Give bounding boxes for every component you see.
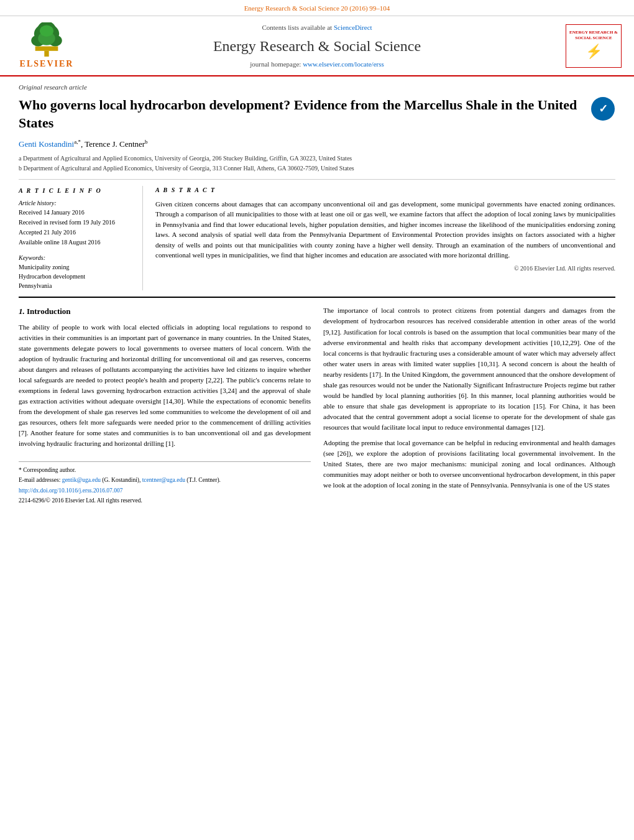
abstract-column: A B S T R A C T Given citizen concerns a…	[155, 186, 615, 290]
elsevier-logo-area: ELSEVIER	[12, 22, 81, 70]
abstract-text: Given citizen concerns about damages tha…	[155, 199, 615, 261]
article-type-label: Original research article	[19, 83, 615, 93]
authors-line: Genti Kostandinia,*, Terence J. Centnerb	[19, 138, 615, 150]
journal-logo-area: ENERGY RESEARCH & SOCIAL SCIENCE ⚡	[553, 24, 622, 68]
article-info-column: A R T I C L E I N F O Article history: R…	[19, 186, 143, 290]
crossmark-icon: ✓	[591, 97, 615, 121]
revised-date: Received in revised form 19 July 2016	[19, 218, 133, 227]
svg-point-7	[40, 25, 53, 36]
article-title-row: Who governs local hydrocarbon developmen…	[19, 96, 615, 132]
intro-paragraph-2: The importance of local controls to prot…	[323, 305, 615, 433]
journal-title: Energy Research & Social Science	[81, 35, 553, 57]
keywords-section: Keywords: Municipality zoning Hydrocarbo…	[19, 253, 133, 290]
author-a-sup: a,*	[74, 139, 81, 145]
article-title: Who governs local hydrocarbon developmen…	[19, 96, 584, 132]
history-label: Article history:	[19, 198, 133, 208]
copyright-line: © 2016 Elsevier Ltd. All rights reserved…	[155, 264, 615, 274]
elsevier-brand-text: ELSEVIER	[20, 58, 74, 70]
issn-line: 2214-6296/© 2016 Elsevier Ltd. All right…	[19, 496, 311, 505]
journal-homepage-line: journal homepage: www.elsevier.com/locat…	[81, 60, 553, 70]
affiliations-section: a Department of Agricultural and Applied…	[19, 154, 615, 173]
footnote-corresponding: * Corresponding author.	[19, 466, 311, 474]
email-kostandini-link[interactable]: gentik@uga.edu	[62, 477, 101, 483]
main-right-column: The importance of local controls to prot…	[323, 305, 615, 506]
abstract-title: A B S T R A C T	[155, 186, 615, 195]
main-content-area: 1. Introduction The ability of people to…	[19, 297, 615, 506]
section-1-heading: 1. Introduction	[19, 305, 311, 318]
received-date: Received 14 January 2016	[19, 208, 133, 217]
journal-header: ELSEVIER Contents lists available at Sci…	[0, 16, 634, 76]
section-1-title: Introduction	[27, 307, 71, 316]
keywords-label: Keywords:	[19, 253, 133, 262]
article-body: Original research article Who governs lo…	[0, 76, 634, 519]
elsevier-tree-icon	[22, 22, 71, 57]
intro-paragraph-3: Adopting the premise that local governan…	[323, 438, 615, 491]
svg-rect-1	[35, 46, 58, 50]
author-sep: , Terence J. Centner	[81, 140, 145, 149]
section-1-number: 1.	[19, 307, 25, 316]
doi-link[interactable]: http://dx.doi.org/10.1016/j.erss.2016.07…	[19, 487, 122, 494]
email-centner-name: (T.J. Centner).	[186, 477, 221, 483]
contents-text: Contents lists available at	[262, 24, 332, 31]
svg-rect-0	[44, 51, 48, 57]
journal-logo-title: ENERGY RESEARCH & SOCIAL SCIENCE	[569, 30, 618, 40]
email-kostandini-name: (G. Kostandini),	[102, 477, 140, 483]
journal-citation-bar: Energy Research & Social Science 20 (201…	[0, 0, 634, 16]
online-date: Available online 18 August 2016	[19, 238, 133, 247]
email-centner-link[interactable]: tcentner@uga.edu	[142, 477, 185, 483]
sciencedirect-link[interactable]: ScienceDirect	[334, 24, 372, 31]
footnotes-area: * Corresponding author. E-mail addresses…	[19, 461, 311, 505]
homepage-label: journal homepage:	[250, 60, 301, 68]
affiliation-a: a Department of Agricultural and Applied…	[19, 154, 615, 163]
author-b-sup: b	[145, 139, 148, 145]
keyword-1: Municipality zoning	[19, 262, 133, 272]
intro-paragraph-1: The ability of people to work with local…	[19, 322, 311, 450]
footnote-emails: E-mail addresses: gentik@uga.edu (G. Kos…	[19, 476, 311, 484]
elsevier-logo: ELSEVIER	[12, 22, 81, 70]
article-info-abstract-section: A R T I C L E I N F O Article history: R…	[19, 179, 615, 290]
author-kostandini[interactable]: Genti Kostandini	[19, 140, 74, 149]
journal-title-area: Contents lists available at ScienceDirec…	[81, 23, 553, 70]
keyword-2: Hydrocarbon development	[19, 272, 133, 281]
affiliation-b: b Department of Agricultural and Applied…	[19, 164, 615, 173]
energy-logo-icon: ⚡	[586, 42, 602, 62]
contents-available-line: Contents lists available at ScienceDirec…	[81, 23, 553, 33]
accepted-date: Accepted 21 July 2016	[19, 228, 133, 237]
main-left-column: 1. Introduction The ability of people to…	[19, 305, 311, 506]
crossmark-badge[interactable]: ✓	[590, 96, 615, 121]
journal-homepage-link[interactable]: www.elsevier.com/locate/erss	[303, 60, 384, 68]
keyword-3: Pennsylvania	[19, 281, 133, 290]
article-info-title: A R T I C L E I N F O	[19, 186, 133, 195]
doi-line: http://dx.doi.org/10.1016/j.erss.2016.07…	[19, 486, 311, 495]
journal-logo-box: ENERGY RESEARCH & SOCIAL SCIENCE ⚡	[566, 24, 622, 68]
journal-citation-link[interactable]: Energy Research & Social Science 20 (201…	[244, 4, 390, 12]
email-label: E-mail addresses:	[19, 477, 60, 483]
